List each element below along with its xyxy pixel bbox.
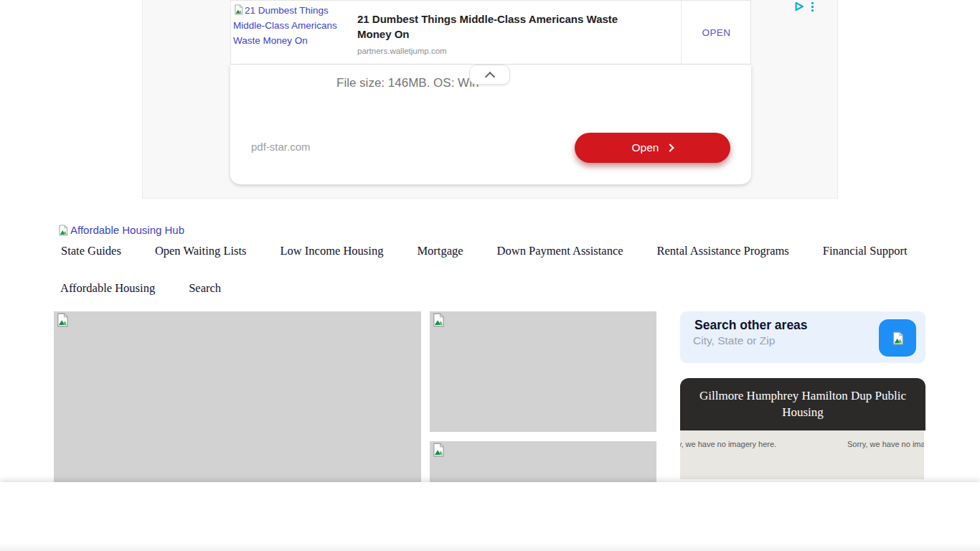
nav-item-down-payment-assistance[interactable]: Down Payment Assistance: [497, 244, 623, 258]
broken-image-icon: [233, 4, 244, 15]
broken-image-icon: [55, 313, 70, 327]
adchoices-icon[interactable]: [794, 1, 806, 11]
listing-title-card: Gillmore Humphrey Hamilton Dup Public Ho…: [680, 378, 925, 430]
search-card-title: Search other areas: [694, 318, 808, 333]
listing-photo-placeholder-bottom: [430, 441, 656, 482]
ad-menu-dots-icon[interactable]: [811, 1, 814, 12]
ad-controls: [794, 1, 814, 12]
ad-card-top[interactable]: 21 Dumbest Things Middle-Class Americans…: [230, 0, 751, 65]
search-submit-button[interactable]: [879, 319, 916, 357]
download-open-label: Open: [632, 141, 659, 154]
nav-item-affordable-housing[interactable]: Affordable Housing: [60, 281, 155, 296]
search-other-areas-card: Search other areas: [680, 311, 925, 363]
nav-item-open-waiting-lists[interactable]: Open Waiting Lists: [155, 244, 247, 258]
file-size-text: File size: 146MB. OS: Win: [336, 76, 479, 90]
ad-card-download: File size: 146MB. OS: Win pdf-star.com O…: [230, 65, 751, 184]
map-no-imagery-tile[interactable]: Sorry, we have no imagery here. Sorry, w…: [680, 430, 924, 479]
ad-advertiser-url: partners.walletjump.com: [357, 47, 644, 55]
ad-thumb-alt-text[interactable]: 21 Dumbest Things Middle-Class Americans…: [233, 5, 337, 46]
listing-photo-placeholder-large: [54, 311, 421, 482]
ad-open-button[interactable]: OPEN: [682, 1, 751, 64]
map-no-imagery-text: Sorry, we have no imagery here.: [847, 440, 924, 448]
ad-thumbnail-broken-link[interactable]: 21 Dumbest Things Middle-Class Americans…: [231, 1, 339, 64]
main-nav-row-1: State Guides Open Waiting Lists Low Inco…: [61, 244, 908, 258]
site-logo-link[interactable]: Affordable Housing Hub: [57, 224, 184, 236]
main-nav-row-2: Affordable Housing Search: [60, 281, 221, 296]
nav-item-financial-support[interactable]: Financial Support: [823, 244, 908, 258]
listing-photo-placeholder-top: [430, 311, 656, 432]
map-no-imagery-text: Sorry, we have no imagery here.: [680, 440, 776, 448]
broken-image-icon: [891, 331, 905, 345]
chevron-right-icon: [666, 143, 674, 151]
broken-image-icon: [431, 443, 446, 457]
area-search-input[interactable]: [693, 334, 829, 347]
nav-item-mortgage[interactable]: Mortgage: [417, 244, 463, 258]
register-cta-bar: Register Now to View Application Info. B…: [0, 482, 980, 551]
nav-item-search[interactable]: Search: [189, 281, 221, 296]
ad-source-url: pdf-star.com: [251, 141, 311, 153]
ad-collapse-button[interactable]: [469, 65, 510, 85]
site-logo-alt-text[interactable]: Affordable Housing Hub: [70, 224, 184, 236]
nav-item-state-guides[interactable]: State Guides: [61, 244, 121, 258]
ad-banner-region: 21 Dumbest Things Middle-Class Americans…: [142, 0, 838, 199]
ad-headline[interactable]: 21 Dumbest Things Middle-Class Americans…: [357, 11, 644, 42]
chevron-up-icon: [484, 71, 494, 81]
download-open-button[interactable]: Open: [575, 133, 730, 163]
ad-text-block: 21 Dumbest Things Middle-Class Americans…: [357, 1, 644, 64]
nav-item-low-income-housing[interactable]: Low Income Housing: [280, 244, 383, 258]
broken-image-icon: [431, 313, 446, 327]
nav-item-rental-assistance-programs[interactable]: Rental Assistance Programs: [657, 244, 789, 258]
broken-image-icon: [57, 225, 69, 236]
